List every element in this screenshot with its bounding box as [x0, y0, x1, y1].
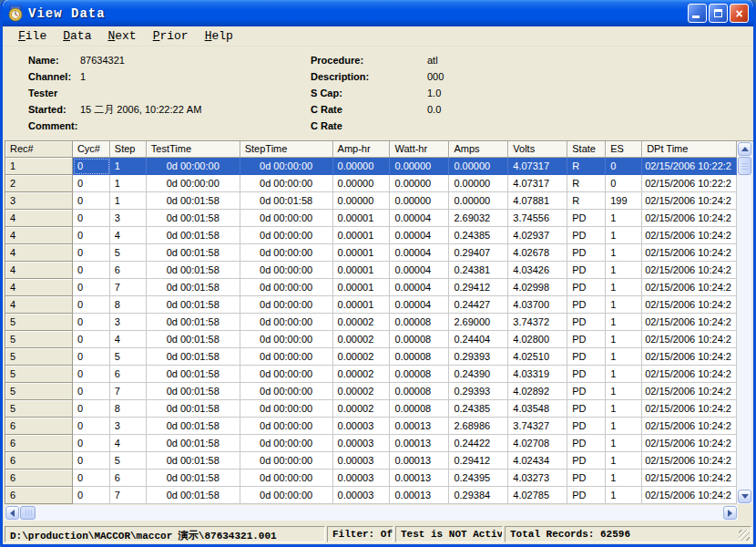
cell-amps: 0.00000 — [449, 158, 508, 175]
cell-amps: 0.29412 — [449, 452, 508, 470]
table-row[interactable]: 4 0 5 0d 00:01:58 0d 00:00:00 0.00001 0.… — [5, 244, 737, 262]
cell-dpttime: 02/15/2006 10:24:2 — [642, 227, 737, 244]
table-row[interactable]: 3 0 1 0d 00:01:58 0d 00:01:58 0.00000 0.… — [5, 192, 737, 210]
cell-rec: 6 — [5, 452, 73, 470]
column-header-rec[interactable]: Rec# — [5, 141, 73, 158]
cell-dpttime: 02/15/2006 10:24:2 — [642, 210, 737, 227]
column-header-amps[interactable]: Amps — [449, 141, 508, 158]
horizontal-scroll-thumb[interactable] — [20, 506, 36, 520]
column-header-testtime[interactable]: TestTime — [147, 141, 240, 158]
cell-es: 1 — [606, 210, 642, 227]
maximize-button[interactable] — [709, 4, 728, 23]
resize-grip-icon[interactable] — [739, 530, 750, 541]
close-button[interactable]: × — [730, 4, 749, 23]
cell-amps: 0.29384 — [449, 487, 508, 504]
table-row[interactable]: 5 0 3 0d 00:01:58 0d 00:00:00 0.00002 0.… — [5, 314, 737, 331]
status-total-records: Total Records: 62596 — [505, 526, 751, 542]
cell-steptime: 0d 00:00:00 — [240, 487, 333, 504]
column-header-watthr[interactable]: Watt-hr — [390, 141, 449, 158]
cell-rec: 1 — [5, 158, 73, 175]
table-row[interactable]: 4 0 3 0d 00:01:58 0d 00:00:00 0.00001 0.… — [5, 210, 737, 227]
column-header-step[interactable]: Step — [110, 141, 147, 158]
cell-amps: 2.68986 — [449, 418, 508, 435]
scroll-right-button[interactable] — [723, 506, 737, 520]
table-row[interactable]: 5 0 4 0d 00:01:58 0d 00:00:00 0.00002 0.… — [5, 331, 737, 348]
cell-amphr: 0.00003 — [333, 452, 391, 470]
cell-es: 1 — [606, 348, 642, 366]
menu-data[interactable]: Data — [55, 27, 99, 45]
cell-dpttime: 02/15/2006 10:24:2 — [642, 244, 737, 262]
column-header-volts[interactable]: Volts — [508, 141, 567, 158]
cell-dpttime: 02/15/2006 10:24:2 — [642, 348, 737, 366]
scroll-up-button[interactable] — [738, 142, 751, 156]
cell-steptime: 0d 00:00:00 — [240, 400, 333, 418]
column-header-state[interactable]: State — [567, 141, 606, 158]
menu-next[interactable]: Next — [99, 27, 144, 45]
cell-cyc: 0 — [73, 400, 110, 418]
table-row[interactable]: 5 0 8 0d 00:01:58 0d 00:00:00 0.00002 0.… — [5, 400, 737, 418]
cell-steptime: 0d 00:00:00 — [240, 158, 333, 175]
cell-watthr: 0.00004 — [390, 262, 449, 279]
cell-step: 3 — [110, 314, 147, 331]
minimize-icon — [692, 15, 700, 18]
horizontal-scroll-track[interactable] — [36, 505, 722, 521]
cell-volts: 4.02434 — [508, 452, 567, 470]
menu-file[interactable]: File — [10, 27, 55, 45]
cell-watthr: 0.00008 — [390, 348, 449, 366]
table-row[interactable]: 1 0 1 0d 00:00:00 0d 00:00:00 0.00000 0.… — [5, 158, 737, 175]
column-header-amphr[interactable]: Amp-hr — [333, 141, 391, 158]
column-header-steptime[interactable]: StepTime — [240, 141, 333, 158]
column-header-cyc[interactable]: Cyc# — [73, 141, 110, 158]
table-row[interactable]: 6 0 7 0d 00:01:58 0d 00:00:00 0.00003 0.… — [5, 487, 737, 504]
cell-es: 1 — [606, 331, 642, 348]
cell-testtime: 0d 00:01:58 — [147, 210, 240, 227]
cell-cyc: 0 — [73, 452, 110, 470]
test-info-left: Name:87634321 Channel:1 Tester Started:1… — [28, 52, 301, 134]
cell-steptime: 0d 00:00:00 — [240, 244, 333, 262]
cell-dpttime: 02/15/2006 10:24:2 — [642, 452, 737, 470]
scap-value: 1.0 — [427, 85, 441, 101]
title-bar[interactable]: View Data × — [3, 0, 753, 26]
cell-amphr: 0.00003 — [333, 418, 391, 435]
column-header-es[interactable]: ES — [606, 141, 642, 158]
table-row[interactable]: 5 0 5 0d 00:01:58 0d 00:00:00 0.00002 0.… — [5, 348, 737, 366]
minimize-button[interactable] — [688, 4, 707, 23]
table-row[interactable]: 4 0 7 0d 00:01:58 0d 00:00:00 0.00001 0.… — [5, 279, 737, 296]
vertical-scroll-thumb[interactable] — [738, 157, 751, 175]
table-row[interactable]: 4 0 8 0d 00:01:58 0d 00:00:00 0.00001 0.… — [5, 296, 737, 314]
table-row[interactable]: 6 0 5 0d 00:01:58 0d 00:00:00 0.00003 0.… — [5, 452, 737, 470]
menu-prior[interactable]: Prior — [145, 27, 197, 45]
table-row[interactable]: 4 0 6 0d 00:01:58 0d 00:00:00 0.00001 0.… — [5, 262, 737, 279]
cell-volts: 4.02678 — [508, 244, 567, 262]
cell-cyc: 0 — [73, 435, 110, 452]
started-value: 15 二月 2006, 10:22:22 AM — [80, 101, 201, 118]
table-row[interactable]: 4 0 4 0d 00:01:58 0d 00:00:00 0.00001 0.… — [5, 227, 737, 244]
table-row[interactable]: 2 0 1 0d 00:00:00 0d 00:00:00 0.00000 0.… — [5, 175, 737, 192]
cell-volts: 4.07317 — [508, 158, 567, 175]
column-header-dpttime[interactable]: DPt Time — [642, 141, 737, 158]
status-test-active: Test is NOT Active — [395, 526, 503, 542]
vertical-scrollbar[interactable] — [737, 141, 752, 504]
started-label: Started: — [28, 101, 80, 118]
table-row[interactable]: 6 0 6 0d 00:01:58 0d 00:00:00 0.00003 0.… — [5, 470, 737, 487]
table-row[interactable]: 6 0 3 0d 00:01:58 0d 00:00:00 0.00003 0.… — [5, 418, 737, 435]
cell-steptime: 0d 00:00:00 — [240, 227, 333, 244]
cell-rec: 6 — [5, 435, 73, 452]
scroll-down-button[interactable] — [738, 490, 751, 503]
cell-amphr: 0.00000 — [333, 175, 391, 192]
cell-rec: 4 — [5, 210, 73, 227]
table-row[interactable]: 5 0 7 0d 00:01:58 0d 00:00:00 0.00002 0.… — [5, 383, 737, 400]
cell-rec: 3 — [5, 192, 73, 210]
cell-watthr: 0.00013 — [390, 452, 449, 470]
cell-state: PD — [567, 331, 606, 348]
horizontal-scrollbar[interactable] — [5, 505, 738, 521]
cell-rec: 5 — [5, 383, 73, 400]
table-row[interactable]: 6 0 4 0d 00:01:58 0d 00:00:00 0.00003 0.… — [5, 435, 737, 452]
table-row[interactable]: 5 0 6 0d 00:01:58 0d 00:00:00 0.00002 0.… — [5, 366, 737, 383]
scroll-left-button[interactable] — [5, 506, 19, 520]
cell-volts: 4.03319 — [508, 366, 567, 383]
vertical-scroll-track[interactable] — [737, 175, 751, 489]
cell-es: 1 — [606, 262, 642, 279]
menu-help[interactable]: Help — [197, 27, 241, 45]
cell-testtime: 0d 00:01:58 — [147, 400, 240, 418]
